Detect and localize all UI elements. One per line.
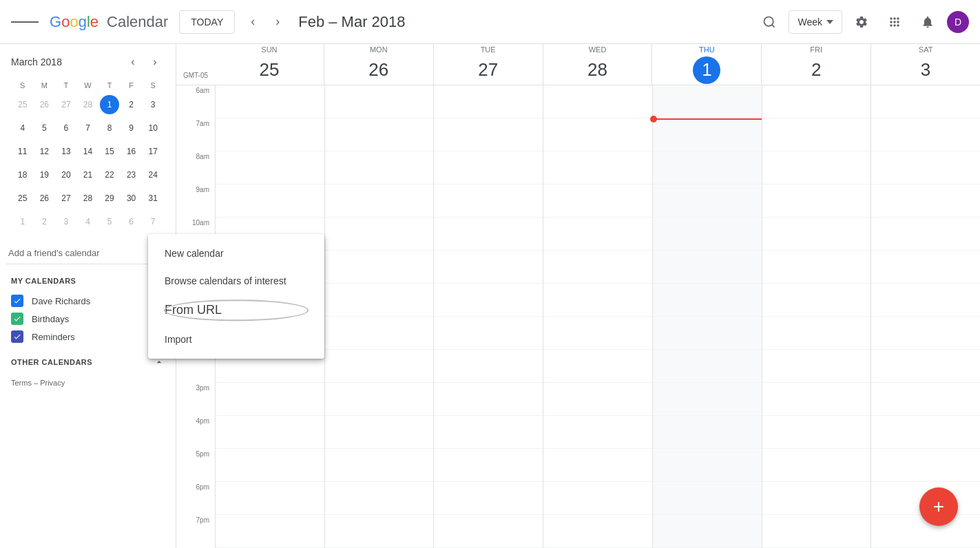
mini-cal-day[interactable]: 4 bbox=[78, 212, 97, 231]
mini-cal-day[interactable]: 18 bbox=[13, 165, 32, 185]
time-label: 8am bbox=[176, 151, 215, 185]
calendar-item-name: Reminders bbox=[32, 332, 75, 342]
day-header: MON26 bbox=[324, 44, 433, 85]
top-header: Google Calendar TODAY ‹ › Feb – Mar 2018… bbox=[0, 0, 980, 44]
day-number[interactable]: 28 bbox=[584, 56, 612, 84]
mini-cal-day[interactable]: 25 bbox=[13, 95, 32, 114]
week-view-selector[interactable]: Week bbox=[789, 10, 842, 34]
mini-cal-day[interactable]: 16 bbox=[122, 142, 141, 161]
day-column[interactable] bbox=[324, 85, 434, 548]
mini-cal-day[interactable]: 1 bbox=[13, 212, 32, 231]
mini-cal-day[interactable]: 27 bbox=[56, 189, 76, 208]
day-name: SAT bbox=[919, 45, 933, 54]
mini-cal-day[interactable]: 10 bbox=[143, 118, 163, 138]
mini-cal-day[interactable]: 7 bbox=[78, 118, 97, 138]
mini-calendar-nav: ‹ › bbox=[123, 52, 165, 72]
mini-cal-day[interactable]: 31 bbox=[143, 189, 163, 208]
mini-cal-day[interactable]: 3 bbox=[143, 95, 163, 114]
add-friend-input[interactable] bbox=[6, 242, 170, 264]
day-number[interactable]: 27 bbox=[475, 56, 502, 84]
mini-cal-day[interactable]: 23 bbox=[122, 165, 141, 185]
mini-cal-day[interactable]: 28 bbox=[78, 189, 97, 208]
mini-cal-day[interactable]: 27 bbox=[56, 95, 76, 114]
day-number[interactable]: 1 bbox=[693, 56, 720, 84]
mini-cal-next[interactable]: › bbox=[145, 52, 165, 72]
logo-e: e bbox=[90, 13, 98, 30]
mini-cal-day[interactable]: 6 bbox=[122, 212, 141, 231]
mini-cal-day[interactable]: 12 bbox=[34, 142, 54, 161]
next-arrow[interactable]: › bbox=[265, 10, 290, 34]
day-header: THU1 bbox=[651, 44, 761, 85]
day-number[interactable]: 2 bbox=[802, 56, 830, 84]
prev-arrow[interactable]: ‹ bbox=[240, 10, 265, 34]
other-calendars-header[interactable]: Other calendars bbox=[6, 351, 170, 373]
mini-cal-day[interactable]: 20 bbox=[56, 165, 76, 185]
mini-cal-day[interactable]: 2 bbox=[122, 95, 141, 114]
mini-calendar-title: March 2018 bbox=[11, 56, 62, 67]
mini-cal-day[interactable]: 26 bbox=[34, 189, 54, 208]
terms-footer: Terms – Privacy bbox=[0, 373, 176, 392]
mini-cal-day[interactable]: 30 bbox=[122, 189, 141, 208]
dropdown-from-url[interactable]: From URL bbox=[148, 295, 324, 326]
fab-button[interactable]: + bbox=[919, 487, 958, 526]
day-name: WED bbox=[589, 45, 607, 54]
mini-cal-day[interactable]: 29 bbox=[100, 189, 119, 208]
mini-cal-day[interactable]: 1 bbox=[100, 95, 119, 114]
mini-cal-day[interactable]: 7 bbox=[143, 212, 163, 231]
day-column[interactable] bbox=[652, 85, 762, 548]
notifications-button[interactable] bbox=[914, 8, 941, 36]
calendar-checkbox[interactable] bbox=[11, 295, 23, 307]
calendar-checkbox[interactable] bbox=[11, 330, 23, 343]
google-calendar-logo: Google Calendar bbox=[50, 13, 168, 31]
day-name: THU bbox=[699, 45, 715, 54]
mini-cal-day[interactable]: 11 bbox=[13, 142, 32, 161]
mini-cal-day[interactable]: 8 bbox=[100, 118, 119, 138]
day-number[interactable]: 3 bbox=[912, 56, 939, 84]
mini-cal-day[interactable]: 5 bbox=[100, 212, 119, 231]
mini-cal-day[interactable]: 25 bbox=[13, 189, 32, 208]
time-label: 6pm bbox=[176, 482, 215, 515]
mini-cal-day[interactable]: 15 bbox=[100, 142, 119, 161]
my-calendar-item[interactable]: Birthdays bbox=[6, 310, 170, 328]
date-range: Feb – Mar 2018 bbox=[298, 13, 755, 31]
mini-cal-day[interactable]: 22 bbox=[100, 165, 119, 185]
my-calendars-header[interactable]: My calendars bbox=[6, 270, 170, 292]
mini-cal-day[interactable]: 6 bbox=[56, 118, 76, 138]
settings-button[interactable] bbox=[848, 8, 875, 36]
calendar-checkbox[interactable] bbox=[11, 313, 23, 325]
mini-cal-weekday: S bbox=[143, 78, 163, 92]
mini-cal-day[interactable]: 17 bbox=[143, 142, 163, 161]
mini-cal-prev[interactable]: ‹ bbox=[123, 52, 143, 72]
my-calendars-title: My calendars bbox=[11, 277, 76, 285]
day-number[interactable]: 26 bbox=[365, 56, 393, 84]
mini-cal-day[interactable]: 3 bbox=[56, 212, 76, 231]
today-button[interactable]: TODAY bbox=[179, 10, 235, 34]
day-number[interactable]: 25 bbox=[256, 56, 283, 84]
dropdown-item[interactable]: Import bbox=[148, 326, 324, 353]
mini-cal-day[interactable]: 9 bbox=[122, 118, 141, 138]
day-column[interactable] bbox=[433, 85, 543, 548]
hamburger-menu[interactable] bbox=[11, 8, 39, 36]
dropdown-item[interactable]: Browse calendars of interest bbox=[148, 267, 324, 295]
my-calendar-item[interactable]: Dave Richards bbox=[6, 292, 170, 310]
mini-cal-day[interactable]: 26 bbox=[34, 95, 54, 114]
search-button[interactable] bbox=[755, 8, 783, 36]
day-column[interactable] bbox=[543, 85, 652, 548]
apps-button[interactable] bbox=[881, 8, 908, 36]
mini-cal-day[interactable]: 4 bbox=[13, 118, 32, 138]
day-column[interactable] bbox=[870, 85, 980, 548]
svg-line-1 bbox=[772, 24, 775, 27]
mini-cal-day[interactable]: 28 bbox=[78, 95, 97, 114]
avatar[interactable]: D bbox=[947, 11, 969, 33]
mini-cal-day[interactable]: 14 bbox=[78, 142, 97, 161]
day-column[interactable] bbox=[762, 85, 871, 548]
mini-cal-day[interactable]: 13 bbox=[56, 142, 76, 161]
mini-cal-day[interactable]: 24 bbox=[143, 165, 163, 185]
my-calendar-item[interactable]: Reminders bbox=[6, 328, 170, 346]
dropdown-item[interactable]: New calendar bbox=[148, 240, 324, 267]
mini-cal-day[interactable]: 21 bbox=[78, 165, 97, 185]
mini-cal-day[interactable]: 5 bbox=[34, 118, 54, 138]
mini-cal-day[interactable]: 19 bbox=[34, 165, 54, 185]
mini-cal-weekday: S bbox=[12, 78, 33, 92]
mini-cal-day[interactable]: 2 bbox=[34, 212, 54, 231]
